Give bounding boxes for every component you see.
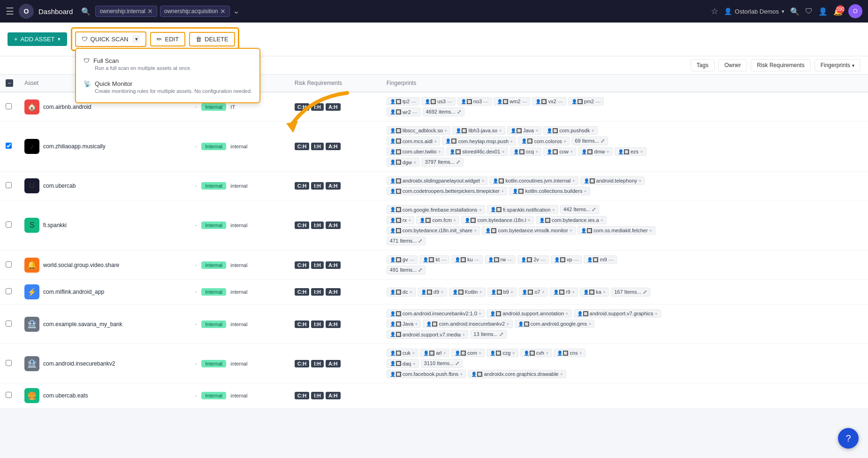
fp-tag[interactable]: 👤🔲 Kotlin + (449, 288, 486, 297)
fp-tag[interactable]: 👤🔲 pm2 — (568, 97, 604, 106)
fp-action-icon[interactable]: + (527, 217, 530, 223)
filter-tag-acquisition[interactable]: ownership:acquisition ✕ (160, 6, 230, 17)
fp-tag[interactable]: 👤🔲 com.android.google.gms + (515, 320, 595, 328)
fp-action-icon[interactable]: + (541, 289, 544, 295)
filter-close-icon[interactable]: ✕ (220, 8, 226, 15)
fp-items-badge[interactable]: 3797 Items... ⤢ (421, 158, 464, 167)
edit-button[interactable]: ✏ EDIT (150, 32, 185, 46)
fp-action-icon[interactable]: — (558, 99, 563, 104)
fp-action-icon[interactable]: + (512, 350, 515, 356)
risk-requirements-filter-btn[interactable]: Risk Requirements (751, 59, 810, 71)
fp-tag[interactable]: 👤🔲 rw — (485, 255, 516, 264)
fp-tag[interactable]: 👤🔲 kotlin.coroutines.jvm.internal + (489, 176, 578, 185)
fp-items-badge[interactable]: 69 Items... ⤢ (571, 137, 608, 145)
fp-tag[interactable]: 👤🔲 com.bytedance.vmsdk.monitor + (482, 226, 576, 235)
fp-tag[interactable]: 👤🔲 gv — (387, 255, 418, 264)
fp-tag[interactable]: 👤🔲 libh3-java.so + (452, 126, 505, 135)
fp-tag[interactable]: 👤🔲 com.android.insecurebankv2 + (423, 320, 512, 328)
fp-action-icon[interactable]: + (563, 138, 566, 144)
fp-items-badge[interactable]: 442 Items... ⤢ (560, 205, 600, 214)
fp-action-icon[interactable]: + (462, 332, 465, 337)
fp-action-icon[interactable]: + (584, 188, 586, 194)
fp-tag[interactable]: 👤🔲 ezs + (615, 147, 647, 156)
row-checkbox[interactable] (6, 321, 12, 327)
delete-button[interactable]: 🗑 DELETE (189, 32, 235, 46)
fp-action-icon[interactable]: + (655, 311, 657, 316)
fp-action-icon[interactable]: + (570, 228, 572, 233)
fp-action-icon[interactable]: + (572, 289, 575, 295)
row-checkbox[interactable] (6, 182, 12, 188)
row-checkbox[interactable] (6, 360, 12, 366)
fp-action-icon[interactable]: + (409, 289, 412, 295)
fp-tag[interactable]: 👤🔲 com.uber.twilio + (387, 147, 444, 156)
fp-action-icon[interactable]: + (413, 160, 416, 165)
fp-tag[interactable]: 👤🔲 wm2 — (494, 97, 530, 106)
help-button[interactable]: ? (838, 428, 859, 449)
fp-tag[interactable]: 👤🔲 android.support.v7.media + (387, 330, 469, 339)
fp-action-icon[interactable]: + (443, 350, 446, 356)
fp-action-icon[interactable]: + (560, 371, 563, 377)
fp-action-icon[interactable]: — (412, 109, 418, 115)
fp-items-badge[interactable]: 4692 items... ⤢ (423, 107, 464, 116)
fp-action-icon[interactable]: + (412, 350, 415, 356)
fp-tag[interactable]: 👤🔲 o7 + (518, 288, 548, 297)
fp-action-icon[interactable]: — (441, 257, 446, 262)
fp-action-icon[interactable]: + (441, 289, 443, 295)
fp-tag[interactable]: 👤🔲 libscc_adblock.so + (387, 126, 451, 135)
fp-action-icon[interactable]: + (535, 149, 538, 154)
fp-action-icon[interactable]: + (579, 350, 582, 356)
fp-action-icon[interactable]: + (591, 128, 594, 133)
fp-action-icon[interactable]: — (409, 257, 414, 262)
fp-tag[interactable]: 👤🔲 androidx.core.graphics.drawable + (468, 370, 566, 378)
fp-items-badge[interactable]: 471 Items... ⤢ (387, 237, 426, 245)
fp-action-icon[interactable]: — (573, 257, 579, 262)
asset-name[interactable]: com.zhiliaoapp.musically (43, 143, 106, 150)
fp-tag[interactable]: 👤🔲 com.android.insecurebankv2:1.0 + (387, 309, 485, 318)
fp-tag[interactable]: 👤🔲 com.mcs.aidl + (387, 137, 441, 145)
add-asset-caret[interactable]: ▾ (58, 36, 61, 42)
fp-tag[interactable]: 👤🔲 com.bytedance.i18n.init_share + (387, 226, 480, 235)
fp-items-badge[interactable]: 3110 Items... ⤢ (421, 359, 463, 368)
fp-items-badge[interactable]: 13 Items... ⤢ (470, 330, 506, 339)
asset-name[interactable]: com.example.savana_my_bank (43, 321, 122, 328)
fp-action-icon[interactable]: — (474, 257, 480, 262)
menu-icon[interactable]: ☰ (6, 6, 14, 17)
fp-action-icon[interactable]: + (640, 149, 643, 154)
fp-tag[interactable]: 👤🔲 androidx.slidingpanelayout.widget + (387, 176, 488, 185)
fp-tag[interactable]: 👤🔲 no3 — (457, 97, 492, 106)
filter-dropdown-icon[interactable]: ⌄ (233, 6, 240, 17)
fp-action-icon[interactable]: + (601, 217, 603, 223)
fp-tag[interactable]: 👤🔲 daq + (387, 359, 419, 368)
fp-action-icon[interactable]: + (546, 350, 548, 356)
fp-tag[interactable]: 👤🔲 dgw + (387, 158, 420, 167)
fp-tag[interactable]: 👤🔲 com.heytap.msp.push + (442, 137, 516, 145)
fp-tag[interactable]: 👤🔲 com.facebook.push.fbns + (387, 370, 466, 378)
row-checkbox[interactable] (6, 143, 12, 149)
fp-tag[interactable]: 👤🔲 r9 + (550, 288, 578, 297)
avatar[interactable]: O (848, 4, 862, 18)
fp-tag[interactable]: 👤🔲 fi.spankki.notification + (487, 205, 558, 214)
fp-tag[interactable]: 👤🔲 com.bytedance.i18n.l + (461, 216, 533, 224)
fp-tag[interactable]: 👤🔲 rx + (387, 216, 415, 224)
fp-action-icon[interactable]: + (438, 149, 441, 154)
fp-tag[interactable]: 👤🔲 ccq + (510, 147, 542, 156)
fp-tag[interactable]: 👤🔲 kotlin.collections.builders + (509, 187, 590, 195)
star-icon[interactable]: ☆ (711, 6, 718, 16)
fp-action-icon[interactable]: + (639, 178, 641, 183)
fp-tag[interactable]: 👤🔲 arl + (420, 349, 449, 357)
fp-action-icon[interactable]: + (572, 178, 575, 183)
fp-action-icon[interactable]: + (479, 311, 481, 316)
full-scan-option[interactable]: 🛡 Full Scan Run a full scan on multiple … (76, 53, 259, 76)
fp-action-icon[interactable]: + (460, 371, 463, 377)
fp-tag[interactable]: 👤🔲 m9 — (584, 255, 617, 264)
fp-tag[interactable]: 👤🔲 cuk + (387, 349, 419, 357)
fp-tag[interactable]: 👤🔲 ka + (580, 288, 609, 297)
fp-action-icon[interactable]: — (447, 99, 452, 104)
fp-tag[interactable]: 👤🔲 kt — (419, 255, 449, 264)
quick-scan-caret[interactable]: ▾ (133, 35, 140, 43)
fp-action-icon[interactable]: — (411, 99, 416, 104)
search-btn[interactable]: 🔍 (790, 7, 799, 16)
fp-tag[interactable]: 👤🔲 com.google.firebase.installations + (387, 205, 485, 214)
asset-name[interactable]: com.ubercab (43, 183, 76, 189)
fp-tag[interactable]: 👤🔲 czg + (487, 349, 518, 357)
